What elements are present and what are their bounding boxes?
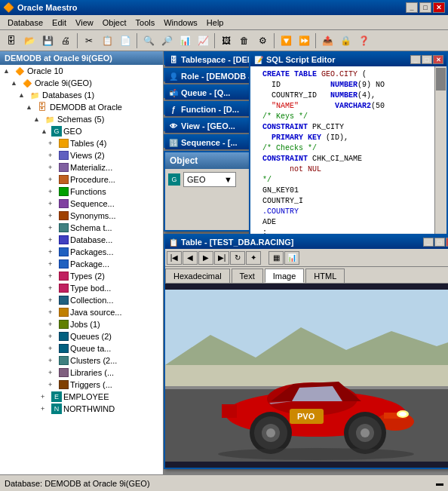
menu-object[interactable]: Object — [98, 17, 131, 29]
employee-label: EMPLOYEE — [63, 392, 109, 401]
tree-collections[interactable]: + Collection... — [0, 294, 163, 306]
tree-queues[interactable]: + Queues (2) — [0, 330, 163, 342]
menu-tools[interactable]: Tools — [131, 17, 160, 29]
table-max[interactable]: □ — [434, 238, 445, 247]
sql-editor-title[interactable]: 📝 SQL Script Editor _ □ ✕ — [250, 53, 446, 66]
tree-area[interactable]: ▲ 🔶 Oracle 10 ▲ 🔶 Oracle 9i(GEO) ▲ 📁 Dat… — [0, 65, 163, 474]
tree-triggers[interactable]: + Triggers (... — [0, 379, 163, 391]
menu-windows[interactable]: Windows — [159, 17, 202, 29]
tree-geo[interactable]: ▲ G GEO — [0, 125, 163, 137]
tree-materializ[interactable]: + Materializ... — [0, 161, 163, 173]
toolbar-sep-4 — [274, 33, 275, 48]
menu-help[interactable]: Help — [202, 17, 229, 29]
nav-next[interactable]: ▶ — [198, 251, 213, 265]
toolbar-sep-3 — [214, 33, 215, 48]
tree-oracle9[interactable]: ▲ 🔶 Oracle 9i(GEO) — [0, 77, 163, 89]
sql-line: ID NUMBER(9) NO — [253, 80, 433, 91]
minimize-button[interactable]: _ — [406, 2, 418, 13]
tree-views[interactable]: + Views (2) — [0, 149, 163, 161]
toolbar-btn-17[interactable]: 📤 — [319, 32, 336, 49]
toolbar-btn-1[interactable]: 🗄 — [3, 32, 20, 49]
nav-btn-7[interactable]: ▦ — [268, 251, 284, 265]
tree-clusters[interactable]: + Clusters (2... — [0, 354, 163, 367]
tree-databases[interactable]: ▲ 📁 Databases (1) — [0, 89, 163, 101]
nav-refresh[interactable]: ↻ — [230, 251, 245, 265]
northwind-icon: N — [51, 404, 62, 414]
role-icon: 👤 — [168, 71, 179, 81]
toolbar-btn-8[interactable]: 🔍 — [140, 32, 157, 49]
toolbar-btn-3[interactable]: 💾 — [39, 32, 56, 49]
sql-min[interactable]: _ — [410, 55, 421, 64]
expand-icon-27: + — [48, 381, 59, 388]
toolbar-btn-15[interactable]: 🔽 — [278, 32, 294, 49]
toolbar-btn-14[interactable]: ⚙ — [254, 32, 271, 49]
types-icon — [59, 272, 69, 281]
table-min[interactable]: _ — [423, 238, 434, 247]
toolbar-btn-2[interactable]: 📂 — [21, 32, 38, 49]
tree-demodb[interactable]: ▲ 🗄 DEMODB at Oracle — [0, 101, 163, 113]
expand-icon-15: + — [48, 236, 59, 244]
tab-image[interactable]: Image — [265, 269, 305, 283]
package2-label: Package... — [70, 259, 109, 269]
sequences-icon — [59, 199, 69, 208]
sql-max[interactable]: □ — [422, 55, 432, 64]
toolbar-btn-18[interactable]: 🔒 — [337, 32, 354, 49]
close-button[interactable]: ✕ — [433, 2, 445, 13]
expand-icon-8: + — [48, 152, 59, 159]
tree-schemat[interactable]: + Schema t... — [0, 222, 163, 234]
menu-view[interactable]: View — [71, 17, 98, 29]
tree-northwind[interactable]: + N NORTHWIND — [0, 403, 163, 415]
tree-libraries[interactable]: + Libraries (... — [0, 367, 163, 379]
tree-tables[interactable]: + Tables (4) — [0, 137, 163, 149]
toolbar-btn-16[interactable]: ⏩ — [296, 32, 312, 49]
app-title: Oracle Maestro — [17, 3, 77, 12]
tree-package2[interactable]: + Package... — [0, 258, 163, 270]
queues-label: Queues (2) — [70, 332, 112, 341]
tab-hexadecimal[interactable]: Hexadecimal — [165, 269, 230, 283]
menu-database[interactable]: Database — [3, 17, 48, 29]
tree-queuetab[interactable]: + Queue ta... — [0, 342, 163, 354]
toolbar-btn-7[interactable]: 📄 — [117, 32, 133, 49]
tree-schemas[interactable]: ▲ 📁 Schemas (5) — [0, 113, 163, 125]
tree-packages[interactable]: + Packages... — [0, 246, 163, 258]
sql-close[interactable]: ✕ — [433, 55, 443, 64]
nav-prev[interactable]: ◀ — [183, 251, 198, 265]
toolbar-btn-13[interactable]: 🗑 — [236, 32, 253, 49]
tree-procedures[interactable]: + Procedure... — [0, 173, 163, 186]
tree-typebody[interactable]: + Type bod... — [0, 282, 163, 294]
toolbar-btn-4[interactable]: 🖨 — [57, 32, 74, 49]
tree-java[interactable]: + Java source... — [0, 306, 163, 318]
oracle10-icon: 🔶 — [14, 65, 26, 77]
nav-star[interactable]: ✦ — [246, 251, 261, 265]
menu-edit[interactable]: Edit — [48, 17, 71, 29]
nav-btn-8[interactable]: 📊 — [284, 251, 299, 265]
tree-employee[interactable]: + E EMPLOYEE — [0, 391, 163, 403]
sql-title-text: SQL Script Editor — [266, 55, 335, 64]
toolbar-btn-6[interactable]: 📋 — [99, 32, 115, 49]
scrollbar-thumb[interactable] — [436, 68, 446, 91]
tree-database2[interactable]: + Database... — [0, 234, 163, 246]
toolbar-btn-5[interactable]: ✂ — [81, 32, 97, 49]
maximize-button[interactable]: □ — [419, 2, 431, 13]
tree-sequences[interactable]: + Sequence... — [0, 198, 163, 210]
collections-icon — [59, 296, 69, 305]
toolbar-btn-11[interactable]: 📈 — [195, 32, 211, 49]
nav-last[interactable]: ▶| — [214, 251, 229, 265]
nav-first[interactable]: |◀ — [167, 251, 182, 265]
toolbar-btn-10[interactable]: 📊 — [176, 32, 193, 49]
geo-dropdown[interactable]: GEO ▼ — [183, 172, 236, 187]
expand-icon-11: + — [48, 188, 59, 195]
tree-types[interactable]: + Types (2) — [0, 270, 163, 282]
toolbar-btn-12[interactable]: 🖼 — [218, 32, 235, 49]
tree-jobs[interactable]: + Jobs (1) — [0, 318, 163, 330]
tree-synonyms[interactable]: + Synonyms... — [0, 210, 163, 222]
tab-text[interactable]: Text — [232, 269, 263, 283]
functions-icon — [59, 187, 69, 196]
expand-icon-12: + — [48, 200, 59, 207]
toolbar-btn-19[interactable]: ❓ — [355, 32, 372, 49]
tab-html[interactable]: HTML — [305, 269, 345, 283]
tree-oracle10[interactable]: ▲ 🔶 Oracle 10 — [0, 65, 163, 77]
toolbar-btn-9[interactable]: 🔎 — [158, 32, 175, 49]
table-title[interactable]: 📋 Table - [TEST_DBA.RACING] _ □ ✕ — [165, 235, 448, 249]
tree-functions[interactable]: + Functions — [0, 186, 163, 198]
